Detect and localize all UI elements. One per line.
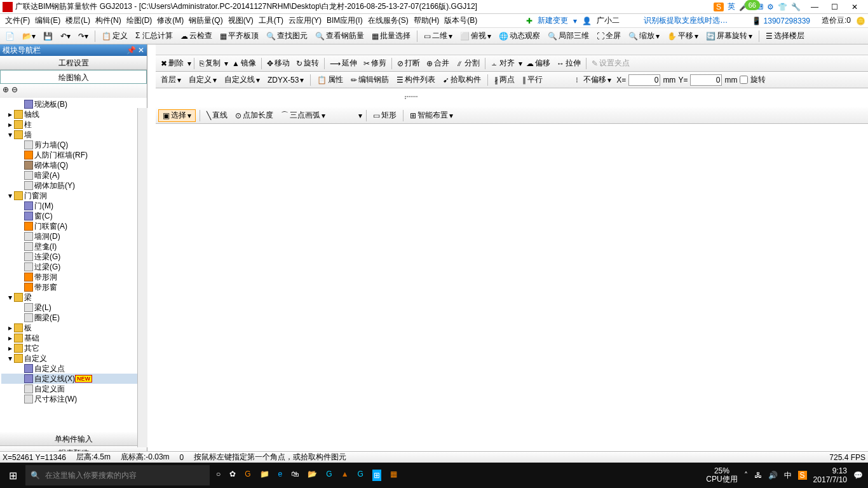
tree-item[interactable]: ▸基础 [1,333,146,343]
new-icon[interactable]: 📄 [3,29,17,43]
2d-button[interactable]: ▭ 二维▾ [421,29,455,43]
taskbar-search[interactable]: 🔍 在这里输入你要搜索的内容 [25,465,210,485]
editsteel-button[interactable]: ✏ 编辑钢筋 [348,73,391,87]
menu-modify[interactable]: 修改(M) [154,15,186,26]
ime-skin-icon[interactable]: 👕 [778,3,787,11]
menu-cloud[interactable]: 云应用(Y) [286,15,324,26]
rotate-checkbox[interactable] [740,76,748,84]
tree-item[interactable]: ▸柱 [1,119,146,130]
tab-project-settings[interactable]: 工程设置 [0,56,147,70]
username[interactable]: 广小二 [597,15,620,26]
tree-item[interactable]: 现浇板(B) [1,99,146,109]
complist-button[interactable]: ☰ 构件列表 [394,73,438,87]
ime-wrench-icon[interactable]: 🔧 [791,3,801,11]
tree-item[interactable]: ▾墙 [1,130,146,140]
rotate-button[interactable]: ↻ 旋转 [294,57,322,71]
tree-item[interactable]: 自定义线(X)NEW [1,374,146,384]
attr-button[interactable]: 📋 属性 [315,73,346,87]
arc3-button[interactable]: ⌒ 三点画弧 ▾ [278,109,328,123]
category-select[interactable]: 自定义 ▾ [186,73,219,87]
rect-button[interactable]: ▭ 矩形 [370,109,399,123]
tree-item[interactable]: 过梁(G) [1,262,146,272]
tb-folder-icon[interactable]: 📁 [260,470,269,481]
tree-item[interactable]: 暗梁(A) [1,170,146,180]
menu-help[interactable]: 帮助(H) [411,15,442,26]
menu-online[interactable]: 在线服务(S) [365,15,411,26]
select-button[interactable]: ▣ 选择 ▾ [158,109,196,122]
tb-app2-icon[interactable]: G [245,470,250,481]
collapse-icon[interactable]: ⊖ [11,85,18,97]
local3d-button[interactable]: 🔍 局部三维 [545,29,592,43]
menu-draw[interactable]: 绘图(D) [124,15,155,26]
tray-clock[interactable]: 9:132017/7/10 [813,466,847,485]
tree-item[interactable]: 砌体墙(Q) [1,160,146,170]
extend-button[interactable]: ⟶ 延伸 [327,57,360,71]
merge-button[interactable]: ⊕ 合并 [424,57,452,71]
findimg-button[interactable]: 🔍 查找图元 [264,29,310,43]
tree-item[interactable]: 门联窗(A) [1,221,146,231]
menu-component[interactable]: 构件(N) [93,15,124,26]
define-button[interactable]: 📋 定义 [99,29,130,43]
copy-button[interactable]: ⎘ 复制 [197,57,223,71]
new-change-button[interactable]: 新建变更 [538,15,568,26]
tray-up-icon[interactable]: ˄ [744,471,748,480]
tree-item[interactable]: 门(M) [1,201,146,211]
tree-item[interactable]: ▸轴线 [1,109,146,119]
fullscreen-button[interactable]: ⛶ 全屏 [594,29,623,43]
tree-item[interactable]: 连梁(G) [1,252,146,262]
batchsel-button[interactable]: ▦ 批量选择 [369,29,413,43]
line-button[interactable]: ╲ 直线 [204,109,230,123]
menu-bim[interactable]: BIM应用(I) [324,15,365,26]
topview-button[interactable]: ⬜ 俯视▾ [458,29,494,43]
pan-button[interactable]: ✋ 平移▾ [665,29,701,43]
tree-item[interactable]: 自定义面 [1,384,146,394]
tree-item[interactable]: 人防门框墙(RF) [1,150,146,160]
max-button[interactable]: ☐ [831,3,840,11]
tree-item[interactable]: 带形洞 [1,272,146,282]
menu-floor[interactable]: 楼层(L) [63,15,93,26]
delete-button[interactable]: ✖ 删除 [158,57,186,71]
tree-item[interactable]: 带形窗 [1,282,146,292]
selfloor-button[interactable]: ☰ 选择楼层 [763,29,807,43]
pin-icon[interactable]: 📌 ✕ [126,46,144,55]
tree-item[interactable]: 墙洞(D) [1,231,146,241]
phone-label[interactable]: 📱 13907298339 [752,17,810,25]
name-select[interactable]: ZDYX-53 ▾ [265,73,306,87]
twopoint-button[interactable]: ∦ 两点 [492,73,517,87]
redo-icon[interactable]: ↷▾ [76,29,91,43]
expand-icon[interactable]: ⊕ [3,85,9,97]
tree-item[interactable]: 尺寸标注(W) [1,394,146,404]
type-select[interactable]: 自定义线 ▾ [222,73,262,87]
floor-select[interactable]: 首层 ▾ [158,73,184,87]
tree-item[interactable]: 自定义点 [1,363,146,374]
tree-item[interactable]: ▸板 [1,323,146,333]
menu-edit[interactable]: 编辑(E) [32,15,63,26]
tray-sogou-icon[interactable]: S [798,471,807,480]
stretch-button[interactable]: ↔ 拉伸 [554,57,583,71]
tree-item[interactable]: ▾自定义 [1,353,146,363]
component-tree[interactable]: 现浇板(B)▸轴线▸柱▾墙剪力墙(Q)人防门框墙(RF)砌体墙(Q)暗梁(A)砌… [0,98,147,432]
ime-lang[interactable]: 英 [728,1,735,12]
tree-item[interactable]: 砌体加筋(Y) [1,180,146,191]
tray-notif-icon[interactable]: 💬 [853,471,863,480]
tree-scrollbar[interactable] [137,108,147,447]
ime-engine-icon[interactable]: S [714,3,724,11]
tb-app7-icon[interactable]: ▦ [390,470,397,481]
x-input[interactable] [628,74,660,86]
min-button[interactable]: — [811,3,820,11]
tree-item[interactable]: ▾门窗洞 [1,191,146,201]
tb-edge-icon[interactable]: e [278,470,283,481]
screenrot-button[interactable]: 🔄 屏幕旋转▾ [703,29,755,43]
menu-view[interactable]: 视图(V) [226,15,256,26]
tree-item[interactable]: 窗(C) [1,211,146,221]
move-button[interactable]: ✥ 移动 [264,57,292,71]
break-button[interactable]: ⊘ 打断 [395,57,423,71]
start-button[interactable]: ⊞ [0,470,25,482]
tree-item[interactable]: 圈梁(E) [1,313,146,323]
checksteel-button[interactable]: 🔍 查看钢筋量 [313,29,367,43]
menu-steel[interactable]: 钢筋量(Q) [186,15,225,26]
tb-cortana-icon[interactable]: ○ [216,470,220,481]
trim-button[interactable]: ✂ 修剪 [361,57,389,71]
tree-item[interactable]: 梁(L) [1,302,146,313]
tb-explorer-icon[interactable]: 📂 [308,470,317,481]
